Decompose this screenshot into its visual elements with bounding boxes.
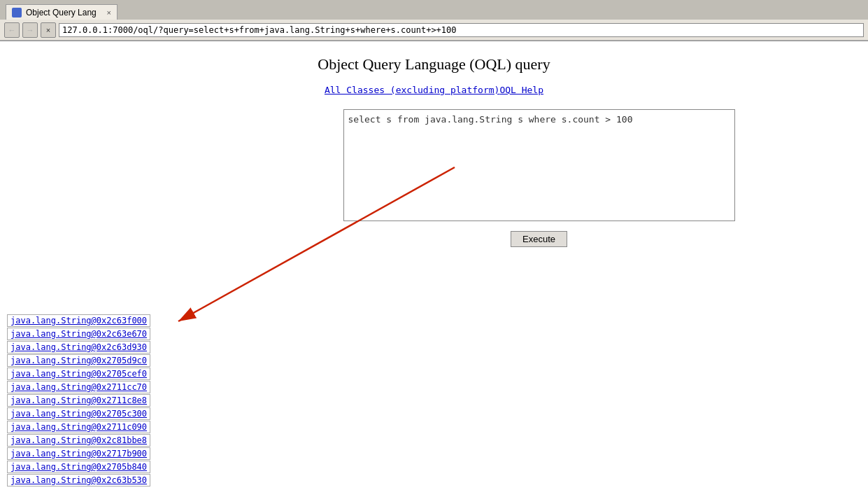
stop-button[interactable]: × bbox=[41, 22, 56, 38]
result-link[interactable]: java.lang.String@0x2705cef0 bbox=[7, 368, 150, 380]
page-content: Object Query Language (OQL) query All Cl… bbox=[0, 41, 868, 490]
list-item: java.lang.String@0x2711cc70 bbox=[7, 381, 150, 393]
oql-help-link[interactable]: OQL Help bbox=[499, 85, 543, 95]
list-item: java.lang.String@0x2c81bbe8 bbox=[7, 434, 150, 447]
back-button[interactable]: ← bbox=[4, 22, 20, 38]
list-item: java.lang.String@0x2c63e670 bbox=[7, 328, 150, 340]
page-title: Object Query Language (OQL) query bbox=[14, 55, 854, 74]
nav-bar: ← → × bbox=[0, 20, 868, 41]
result-link[interactable]: java.lang.String@0x2705c300 bbox=[7, 407, 150, 420]
tab-label: Object Query Lang bbox=[26, 8, 97, 18]
execute-button[interactable]: Execute bbox=[511, 231, 567, 247]
result-link[interactable]: java.lang.String@0x2c81bbe8 bbox=[7, 434, 150, 447]
result-link[interactable]: java.lang.String@0x2c63b530 bbox=[7, 474, 150, 486]
result-link[interactable]: java.lang.String@0x2711c090 bbox=[7, 421, 150, 433]
result-link[interactable]: java.lang.String@0x2c63e670 bbox=[7, 328, 150, 340]
browser-tab[interactable]: Object Query Lang × bbox=[6, 4, 118, 20]
tab-close-button[interactable]: × bbox=[107, 8, 111, 17]
browser-chrome: Object Query Lang × ← → × bbox=[0, 0, 868, 41]
list-item: java.lang.String@0x2c63b530 bbox=[7, 474, 150, 486]
result-link[interactable]: java.lang.String@0x2c63f000 bbox=[7, 314, 150, 327]
result-link[interactable]: java.lang.String@0x2705b840 bbox=[7, 461, 150, 473]
list-item: java.lang.String@0x2705b840 bbox=[7, 461, 150, 473]
links-row: All Classes (excluding platform)OQL Help bbox=[14, 85, 854, 95]
list-item: java.lang.String@0x2705cef0 bbox=[7, 368, 150, 380]
result-link[interactable]: java.lang.String@0x2711cc70 bbox=[7, 381, 150, 393]
query-textarea[interactable] bbox=[343, 109, 735, 221]
list-item: java.lang.String@0x2711c090 bbox=[7, 421, 150, 433]
list-item: java.lang.String@0x2711c8e8 bbox=[7, 394, 150, 407]
list-item: java.lang.String@0x2705d9c0 bbox=[7, 354, 150, 367]
tab-icon bbox=[12, 8, 22, 18]
list-item: java.lang.String@0x2c63f000 bbox=[7, 314, 150, 327]
query-section: Execute bbox=[224, 109, 854, 247]
results-list: java.lang.String@0x2c63f000java.lang.Str… bbox=[7, 314, 150, 486]
result-link[interactable]: java.lang.String@0x2717b900 bbox=[7, 447, 150, 460]
all-classes-link[interactable]: All Classes (excluding platform) bbox=[325, 85, 499, 95]
forward-button[interactable]: → bbox=[22, 22, 38, 38]
result-link[interactable]: java.lang.String@0x2c63d930 bbox=[7, 341, 150, 354]
result-link[interactable]: java.lang.String@0x2705d9c0 bbox=[7, 354, 150, 367]
list-item: java.lang.String@0x2717b900 bbox=[7, 447, 150, 460]
tab-bar: Object Query Lang × bbox=[0, 0, 868, 20]
list-item: java.lang.String@0x2705c300 bbox=[7, 407, 150, 420]
result-link[interactable]: java.lang.String@0x2711c8e8 bbox=[7, 394, 150, 407]
address-bar[interactable] bbox=[59, 23, 864, 37]
list-item: java.lang.String@0x2c63d930 bbox=[7, 341, 150, 354]
